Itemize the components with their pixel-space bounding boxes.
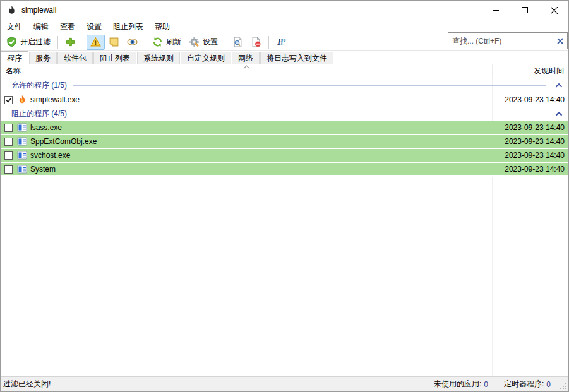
window-controls (481, 1, 568, 20)
refresh-button[interactable]: 刷新 (148, 35, 185, 50)
tab-blocklist[interactable]: 阻止列表 (93, 52, 136, 64)
settings-button[interactable]: 设置 (185, 35, 222, 50)
clear-log-button[interactable] (247, 35, 265, 50)
clear-x-icon (557, 38, 563, 44)
menu-file[interactable]: 文件 (1, 20, 28, 34)
status-timer-value: 0 (546, 380, 551, 389)
row-checkbox-unchecked[interactable] (4, 151, 13, 160)
row-checkbox-unchecked[interactable] (4, 138, 13, 146)
list-item-svchost[interactable]: svchost.exe 2023-09-23 14:40 (1, 149, 568, 163)
group-collapse-chevron-icon[interactable] (555, 83, 563, 88)
warning-icon (90, 37, 101, 47)
open-log-button[interactable] (229, 35, 247, 50)
paypal-donate-button[interactable]: P P (272, 35, 290, 50)
toolbar-separator (83, 36, 83, 49)
row-checkbox-checked[interactable] (4, 96, 13, 104)
menu-help[interactable]: 帮助 (149, 20, 176, 34)
show-hidden-toggle-button[interactable] (123, 35, 141, 50)
tab-programs[interactable]: 程序 (1, 51, 28, 64)
toolbar: 开启过滤 (1, 33, 568, 51)
tab-network[interactable]: 网络 (232, 52, 260, 64)
list-item-lsass[interactable]: lsass.exe 2023-09-23 14:40 (1, 121, 568, 135)
close-icon (551, 7, 558, 14)
menu-edit[interactable]: 编辑 (28, 20, 54, 34)
default-app-icon (17, 150, 27, 160)
shield-check-icon (6, 37, 17, 47)
status-message: 过滤已经关闭! (1, 379, 426, 389)
eye-icon (127, 37, 138, 47)
refresh-icon (152, 37, 163, 47)
group-blocked-programs[interactable]: 阻止的程序 (4/5) (1, 107, 568, 121)
group-divider-line (73, 114, 546, 114)
log-clear-icon (251, 37, 261, 47)
status-timer-label: 定时器程序: (504, 379, 544, 389)
paypal-icon: P P (276, 37, 287, 47)
row-checkbox-unchecked[interactable] (4, 165, 13, 174)
row-time: 2023-09-23 14:40 (492, 123, 568, 132)
default-app-icon (17, 136, 27, 146)
row-time: 2023-09-23 14:40 (492, 137, 568, 146)
enable-filtering-button[interactable]: 开启过滤 (3, 35, 54, 50)
app-flame-icon (6, 5, 17, 16)
minimize-icon (493, 7, 499, 13)
row-name: SppExtComObj.exe (30, 137, 492, 146)
enable-filtering-label: 开启过滤 (20, 37, 51, 47)
row-time: 2023-09-23 14:40 (492, 151, 568, 160)
app-window: simplewall 文件 编辑 查看 设置 阻止列表 帮助 开启过 (0, 0, 569, 392)
default-app-icon (17, 164, 27, 174)
list-item-sppextcomobj[interactable]: SppExtComObj.exe 2023-09-23 14:40 (1, 135, 568, 149)
window-title: simplewall (21, 6, 56, 15)
titlebar: simplewall (1, 1, 568, 20)
add-program-button[interactable] (61, 35, 80, 50)
minimize-button[interactable] (481, 1, 510, 20)
refresh-label: 刷新 (166, 37, 181, 47)
resize-grip-icon (560, 383, 567, 390)
search-input[interactable] (448, 37, 553, 45)
checkmark-icon (6, 97, 12, 103)
tab-services[interactable]: 服务 (29, 52, 57, 64)
row-time: 2023-09-23 14:40 (492, 165, 568, 174)
column-time[interactable]: 发现时间 (492, 64, 568, 78)
sort-ascending-icon (243, 65, 250, 69)
toolbar-separator (268, 36, 269, 49)
resize-grip[interactable] (558, 377, 568, 391)
default-app-icon (17, 122, 27, 133)
svg-text:P: P (280, 37, 286, 47)
close-button[interactable] (539, 1, 568, 20)
search-clear-button[interactable] (553, 33, 567, 49)
settings-label: 设置 (203, 37, 218, 47)
menu-settings[interactable]: 设置 (81, 20, 107, 34)
group-label: 允许的程序 (1/5) (11, 80, 67, 91)
list-item-system[interactable]: System 2023-09-23 14:40 (1, 163, 568, 177)
tab-write-log[interactable]: 将日志写入到文件 (260, 52, 333, 64)
toolbar-separator (57, 36, 58, 49)
notifications-toggle-button[interactable] (87, 35, 105, 50)
tab-packages[interactable]: 软件包 (57, 52, 93, 64)
status-unused-apps: 未使用的应用: 0 (426, 377, 496, 391)
group-label: 阻止的程序 (4/5) (11, 109, 67, 119)
group-divider-line (73, 85, 546, 86)
list-item-simplewall[interactable]: simplewall.exe 2023-09-23 14:40 (1, 93, 568, 107)
maximize-icon (522, 7, 528, 13)
status-unused-label: 未使用的应用: (434, 379, 481, 389)
gear-pencil-icon (189, 37, 200, 47)
add-plus-icon (65, 37, 76, 47)
group-allowed-programs[interactable]: 允许的程序 (1/5) (1, 78, 568, 93)
menu-blocklist[interactable]: 阻止列表 (107, 20, 149, 34)
search-box (448, 32, 568, 49)
row-name: simplewall.exe (30, 95, 492, 104)
flame-icon (17, 95, 27, 105)
row-checkbox-unchecked[interactable] (4, 124, 13, 132)
toolbar-separator (225, 36, 225, 49)
tab-system-rules[interactable]: 系统规则 (137, 52, 180, 64)
list-column-header: 名称 发现时间 (1, 64, 568, 78)
tab-custom-rules[interactable]: 自定义规则 (181, 52, 231, 64)
maximize-button[interactable] (510, 1, 539, 20)
group-collapse-chevron-icon[interactable] (555, 112, 563, 116)
notes-toggle-button[interactable] (105, 35, 123, 50)
menu-view[interactable]: 查看 (54, 20, 81, 34)
row-name: System (30, 165, 492, 174)
row-time: 2023-09-23 14:40 (492, 95, 568, 104)
program-list: 允许的程序 (1/5) simplewall.exe 2023-09-23 14… (1, 78, 568, 376)
column-name-label: 名称 (6, 66, 21, 76)
